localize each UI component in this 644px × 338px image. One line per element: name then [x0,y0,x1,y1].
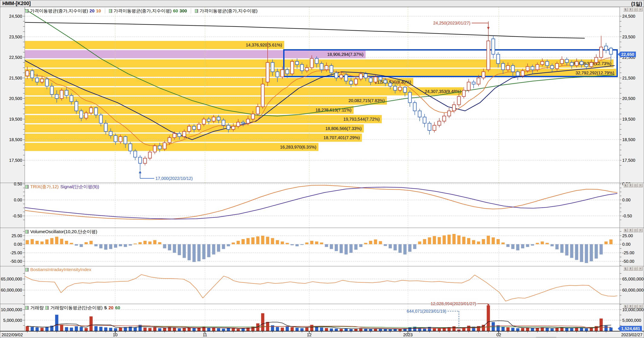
svg-text:2022/09/02: 2022/09/02 [2,333,23,337]
panel-maximize-button[interactable]: □ [633,183,638,187]
panel-maximize-button[interactable]: □ [633,228,638,232]
legend-toggle-icon[interactable] [46,306,48,310]
legend-group[interactable]: 가격이동평균(종가,지수이평)60300 [109,8,187,14]
legend-text: VolumeOscillator(10,20,단순이평) [30,229,97,235]
panel-collapse-button[interactable]: L [623,7,628,11]
panel-close-button[interactable]: ✕ [638,267,643,271]
panel-collapse-button[interactable]: L [623,228,628,232]
svg-text:0.00: 0.00 [14,242,22,247]
panel-split-button[interactable]: I [628,7,633,11]
svg-text:60,000,000: 60,000,000 [1,288,22,292]
svg-text:18,707,401(7.29%): 18,707,401(7.29%) [324,135,360,140]
legend-toggle-icon[interactable] [26,306,28,310]
legend-text: 가격이동평균(종가,지수이평) [30,8,88,14]
svg-text:10: 10 [113,333,118,337]
svg-text:21,500: 21,500 [622,76,635,80]
panel-collapse-button[interactable]: L [623,183,628,187]
legend-volume[interactable]: 거래량거래량이동평균(단순이평)52060 [26,305,120,311]
svg-text:-0.50: -0.50 [12,214,22,218]
svg-text:23,500: 23,500 [622,34,635,39]
svg-text:20,500: 20,500 [622,96,635,101]
panel-close-button[interactable]: ✕ [638,228,643,232]
svg-text:32,792,292(12.79%): 32,792,292(12.79%) [576,70,614,75]
panel-close-button[interactable]: ✕ [638,183,643,187]
current-volume-tag: 1,524,681 [618,326,642,332]
legend-toggle-icon[interactable] [26,9,28,13]
legend-text: 거래량이동평균(단순이평) [50,305,102,311]
svg-text:-25.00: -25.00 [10,250,22,255]
legend-text: TRIX(종가,12) [30,184,59,190]
svg-text:18,500: 18,500 [9,137,22,142]
svg-text:18,500: 18,500 [622,137,635,142]
svg-text:2023/02/27: 2023/02/27 [621,333,642,337]
svg-text:65,000,000: 65,000,000 [622,277,644,281]
svg-text:0.00: 0.00 [622,198,630,202]
svg-text:65,000,000: 65,000,000 [1,277,22,281]
legend-group[interactable]: 가격이동평균(종가,지수이평) [195,8,258,14]
legend-toggle-icon[interactable] [26,230,28,234]
legend-price-ma[interactable]: 가격이동평균(종가,지수이평)2010가격이동평균(종가,지수이평)60300가… [26,8,258,14]
legend-toggle-icon[interactable] [26,185,28,189]
svg-text:24,307,353(9.48%): 24,307,353(9.48%) [425,89,461,94]
svg-text:0.00: 0.00 [14,198,22,202]
panel-close-button[interactable]: ✕ [638,304,643,308]
svg-text:24,500: 24,500 [622,14,635,18]
svg-text:02: 02 [496,333,501,337]
legend-group[interactable]: 가격이동평균(종가,지수이평)2010 [26,8,101,14]
legend-text: 60 [173,8,178,13]
svg-text:-50.00: -50.00 [622,259,634,264]
svg-text:23,500: 23,500 [9,34,22,39]
legend-toggle-icon[interactable] [26,268,28,272]
legend-text: 가격이동평균(종가,지수이평) [200,8,258,14]
legend-toggle-icon[interactable] [195,9,198,13]
legend-text: 300 [180,8,187,13]
svg-text:24,500: 24,500 [9,14,22,18]
panel-maximize-button[interactable]: □ [633,304,638,308]
panel-close-button[interactable]: ✕ [638,7,643,11]
svg-text:2023: 2023 [403,333,413,337]
svg-text:17,500: 17,500 [622,158,635,163]
svg-text:5,000,000: 5,000,000 [3,318,22,323]
svg-text:21,500: 21,500 [9,76,22,80]
legend-text: 5 [104,305,107,310]
svg-text:20,082,715(7.83%): 20,082,715(7.83%) [348,98,385,103]
svg-text:14,376,920(5.61%): 14,376,920(5.61%) [246,43,282,47]
panel-split-button[interactable]: I [628,183,633,187]
svg-text:-0.50: -0.50 [622,214,632,218]
legend-toggle-icon[interactable] [109,9,112,13]
svg-text:25.00: 25.00 [622,233,633,238]
svg-text:19,500: 19,500 [622,117,635,121]
svg-text:60,000,000: 60,000,000 [622,288,644,292]
date-axis: 2022/09/021011122023022023/02/27 [0,331,644,338]
panel-maximize-button[interactable]: □ [633,267,638,271]
legend-text: 20 [108,305,114,310]
legend-text: 10 [96,8,101,13]
panel-collapse-button[interactable]: L [623,267,628,271]
legend-volume-oscillator[interactable]: VolumeOscillator(10,20,단순이평) [26,229,97,235]
svg-text:5,000,000: 5,000,000 [622,318,641,323]
legend-text: 거래량 [30,305,44,311]
scrollbar-thumb [536,337,556,338]
svg-text:22,500: 22,500 [9,55,22,60]
svg-text:-50.00: -50.00 [10,259,22,264]
panel-split-button[interactable]: I [628,267,633,271]
svg-text:25.00: 25.00 [12,233,22,238]
legend-text: 가격이동평균(종가,지수이평) [114,8,172,14]
svg-text:0.50: 0.50 [14,182,22,186]
svg-text:0.00: 0.00 [622,242,630,247]
svg-text:18,906,294(7.37%): 18,906,294(7.37%) [327,52,363,57]
panel-maximize-button[interactable]: □ [633,7,638,11]
svg-text:12: 12 [307,333,312,337]
svg-text:644,071(2023/01/19): 644,071(2023/01/19) [407,309,446,314]
panel-collapse-button[interactable]: L [623,304,628,308]
legend-bostian[interactable]: BostiansIntradayIntensityIndex [26,267,91,272]
svg-text:11: 11 [203,333,207,337]
svg-text:16,283,970(6.35%): 16,283,970(6.35%) [280,145,316,149]
svg-text:-25.00: -25.00 [622,250,634,255]
panel-split-button[interactable]: I [628,304,633,308]
svg-text:18,806,566(7.33%): 18,806,566(7.33%) [326,126,362,131]
legend-trix[interactable]: TRIX(종가,12)Signal(단순이평(9)) [26,184,99,190]
chart-canvas[interactable]: 14,376,920(5.61%)18,906,294(7.37%)32,638… [0,0,644,338]
legend-text: Signal(단순이평(9)) [60,184,99,190]
panel-split-button[interactable]: I [628,228,633,232]
